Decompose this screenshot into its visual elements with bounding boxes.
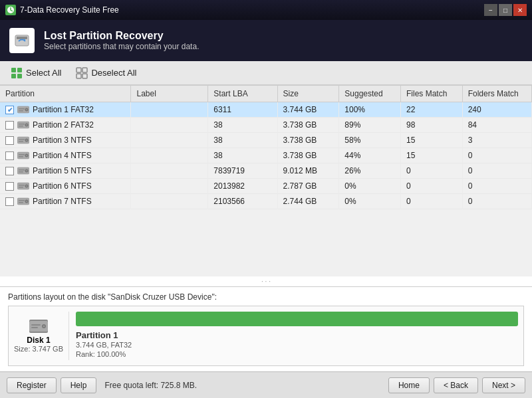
partition-disk-icon [17,166,29,175]
table-row[interactable]: Partition 7 NTFS 21035662.744 GB0%00 [0,194,532,209]
files-match: 15 [400,133,462,148]
row-checkbox[interactable] [5,182,14,191]
svg-rect-16 [19,110,23,112]
footer: Register Help Free quota left: 725.8 MB.… [0,371,532,398]
home-button[interactable]: Home [388,377,430,393]
next-button[interactable]: Next > [482,377,525,393]
partition-disk-icon [17,105,29,114]
suggested: 100% [339,102,401,118]
layout-label: Partitions layout on the disk "SanDisk C… [8,292,524,302]
deselect-all-button[interactable]: Deselect All [72,66,140,80]
svg-rect-8 [76,68,81,72]
files-match: 15 [400,148,462,163]
bottom-section: Partitions layout on the disk "SanDisk C… [0,286,532,371]
svg-point-39 [26,185,27,187]
suggested: 89% [339,118,401,133]
svg-point-24 [26,140,27,141]
svg-rect-20 [19,124,25,125]
svg-rect-31 [19,156,23,157]
suggested: 26% [339,163,401,179]
partition-label [131,194,208,209]
svg-rect-25 [19,139,25,140]
title-bar: 7-Data Recovery Suite Free − □ ✕ [0,0,532,20]
table-row[interactable]: Partition 2 FAT32 383.738 GB89%9884 [0,118,532,133]
select-all-button[interactable]: Select All [7,66,65,80]
minimize-button[interactable]: − [484,4,497,16]
svg-rect-9 [82,68,87,72]
table-row[interactable]: Partition 3 NTFS 383.738 GB58%153 [0,133,532,148]
row-checkbox[interactable] [5,151,14,160]
row-checkbox[interactable] [5,136,14,145]
svg-rect-7 [17,74,22,78]
svg-rect-41 [19,187,23,188]
start-lba: 2103566 [208,194,277,209]
free-quota-label: Free quota left: 725.8 MB. [104,381,197,390]
divider: · · · [0,276,532,286]
partition-label [131,148,208,163]
header-subtitle: Select partitions that may contain your … [44,42,199,51]
svg-rect-36 [19,171,23,173]
toolbar: Select All Deselect All [0,61,532,85]
svg-point-29 [26,155,27,156]
header-text: Lost Partition Recovery Select partition… [44,30,199,51]
row-checkbox[interactable] [5,121,14,130]
partition-label [131,179,208,194]
size: 3.744 GB [277,102,339,118]
svg-rect-2 [17,37,27,39]
deselect-all-icon [76,67,88,79]
svg-rect-30 [19,154,25,155]
svg-point-44 [26,201,27,202]
files-match: 0 [400,194,462,209]
start-lba: 7839719 [208,163,277,179]
col-folders: Folders Match [462,86,531,102]
files-match: 0 [400,163,462,179]
svg-rect-10 [76,74,81,78]
disk-size: Size: 3.747 GB [14,345,63,353]
window-controls: − □ ✕ [484,4,527,16]
folders-match: 0 [462,148,531,163]
table-header-row: Partition Label Start LBA Size Suggested… [0,86,532,102]
folders-match: 0 [462,163,531,179]
files-match: 98 [400,118,462,133]
title-bar-left: 7-Data Recovery Suite Free [5,5,119,15]
back-button[interactable]: < Back [434,377,478,393]
partition-label [131,118,208,133]
close-button[interactable]: ✕ [513,4,527,16]
maximize-button[interactable]: □ [499,4,512,16]
partition-detail-size: 3.744 GB, FAT32 [76,341,132,349]
suggested: 44% [339,148,401,163]
disk-info: Disk 1 Size: 3.747 GB [14,312,69,360]
help-button[interactable]: Help [61,377,97,393]
window-title: 7-Data Recovery Suite Free [20,5,119,15]
svg-rect-45 [19,200,25,201]
svg-point-14 [26,109,27,110]
register-button[interactable]: Register [7,377,57,393]
table-row[interactable]: Partition 5 NTFS 78397199.012 MB26%00 [0,163,532,179]
partition-name: Partition 7 NTFS [33,197,92,206]
table-row[interactable]: Partition 4 NTFS 383.738 GB44%150 [0,148,532,163]
folders-match: 3 [462,133,531,148]
table-row[interactable]: Partition 6 NTFS 20139822.787 GB0%00 [0,179,532,194]
row-checkbox[interactable]: ✔ [5,106,14,114]
partition-table: Partition Label Start LBA Size Suggested… [0,86,532,209]
row-checkbox[interactable] [5,167,14,175]
table-row[interactable]: ✔ Partition 1 FAT32 63113.744 GB100%2224… [0,102,532,118]
svg-rect-15 [19,108,25,110]
col-partition: Partition [0,86,131,102]
svg-rect-11 [82,74,87,78]
svg-rect-50 [31,324,41,326]
files-match: 22 [400,102,462,118]
app-header: Lost Partition Recovery Select partition… [0,20,532,61]
partition-label [131,163,208,179]
svg-rect-4 [11,68,16,72]
disk-partitions: Partition 1 3.744 GB, FAT32 Rank: 100.00… [76,312,518,360]
partition-disk-icon [17,197,29,206]
suggested: 0% [339,194,401,209]
partition-label [131,133,208,148]
folders-match: 0 [462,179,531,194]
start-lba: 38 [208,133,277,148]
disk-layout: Disk 1 Size: 3.747 GB Partition 1 3.744 … [8,306,524,366]
partition-name: Partition 4 NTFS [33,151,92,160]
partition-name: Partition 6 NTFS [33,181,92,191]
row-checkbox[interactable] [5,197,14,206]
